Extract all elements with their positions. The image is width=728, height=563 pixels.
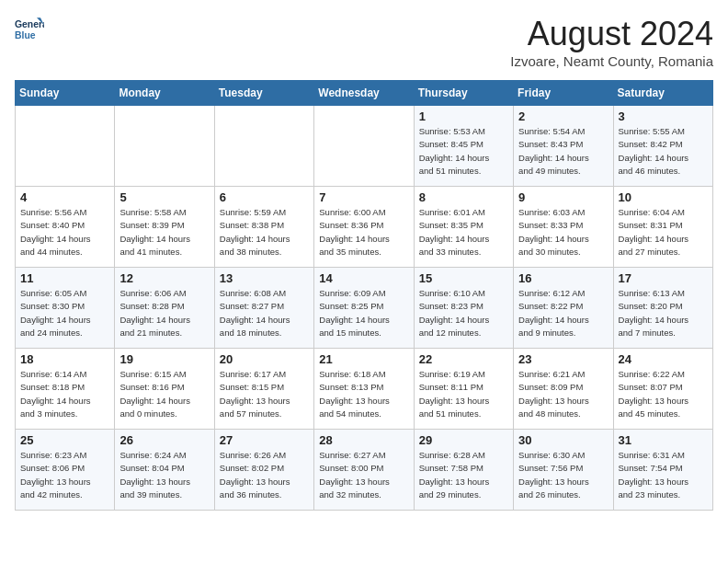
day-info: Sunrise: 5:54 AMSunset: 8:43 PMDaylight:… xyxy=(518,125,608,178)
calendar-cell: 23Sunrise: 6:21 AMSunset: 8:09 PMDayligh… xyxy=(514,349,613,430)
calendar-cell: 2Sunrise: 5:54 AMSunset: 8:43 PMDaylight… xyxy=(514,106,613,187)
day-number: 18 xyxy=(20,352,109,366)
day-info: Sunrise: 5:53 AMSunset: 8:45 PMDaylight:… xyxy=(419,125,508,178)
day-info: Sunrise: 6:03 AMSunset: 8:33 PMDaylight:… xyxy=(518,206,608,259)
weekday-header-saturday: Saturday xyxy=(613,81,712,106)
calendar-cell: 27Sunrise: 6:26 AMSunset: 8:02 PMDayligh… xyxy=(214,430,313,511)
calendar-cell: 12Sunrise: 6:06 AMSunset: 8:28 PMDayligh… xyxy=(115,268,214,349)
day-info: Sunrise: 6:27 AMSunset: 8:00 PMDaylight:… xyxy=(319,449,408,501)
calendar-cell: 1Sunrise: 5:53 AMSunset: 8:45 PMDaylight… xyxy=(414,106,513,187)
calendar-table: SundayMondayTuesdayWednesdayThursdayFrid… xyxy=(15,80,713,511)
day-number: 24 xyxy=(619,352,708,366)
day-number: 9 xyxy=(518,190,608,204)
day-number: 22 xyxy=(419,352,508,366)
day-info: Sunrise: 5:59 AMSunset: 8:38 PMDaylight:… xyxy=(220,206,309,259)
month-year: August 2024 xyxy=(510,15,713,53)
calendar-cell: 26Sunrise: 6:24 AMSunset: 8:04 PMDayligh… xyxy=(115,430,214,511)
day-info: Sunrise: 6:15 AMSunset: 8:16 PMDaylight:… xyxy=(119,368,209,420)
calendar-cell: 5Sunrise: 5:58 AMSunset: 8:39 PMDaylight… xyxy=(115,187,214,268)
day-number: 8 xyxy=(419,190,508,204)
day-info: Sunrise: 6:18 AMSunset: 8:13 PMDaylight:… xyxy=(319,368,408,420)
calendar-cell: 10Sunrise: 6:04 AMSunset: 8:31 PMDayligh… xyxy=(613,187,712,268)
calendar-cell: 30Sunrise: 6:30 AMSunset: 7:56 PMDayligh… xyxy=(514,430,613,511)
day-number: 30 xyxy=(518,433,608,447)
day-info: Sunrise: 6:19 AMSunset: 8:11 PMDaylight:… xyxy=(419,368,508,420)
day-info: Sunrise: 6:13 AMSunset: 8:20 PMDaylight:… xyxy=(619,287,708,339)
day-number: 31 xyxy=(619,433,708,447)
day-info: Sunrise: 6:05 AMSunset: 8:30 PMDaylight:… xyxy=(20,287,109,339)
weekday-header-sunday: Sunday xyxy=(16,81,115,106)
calendar-cell: 16Sunrise: 6:12 AMSunset: 8:22 PMDayligh… xyxy=(514,268,613,349)
calendar-cell: 29Sunrise: 6:28 AMSunset: 7:58 PMDayligh… xyxy=(414,430,513,511)
calendar-cell: 19Sunrise: 6:15 AMSunset: 8:16 PMDayligh… xyxy=(115,349,214,430)
calendar-cell: 18Sunrise: 6:14 AMSunset: 8:18 PMDayligh… xyxy=(16,349,115,430)
day-number: 27 xyxy=(220,433,309,447)
calendar-cell xyxy=(115,106,214,187)
day-number: 25 xyxy=(20,433,109,447)
calendar-cell: 7Sunrise: 6:00 AMSunset: 8:36 PMDaylight… xyxy=(314,187,414,268)
calendar-cell: 14Sunrise: 6:09 AMSunset: 8:25 PMDayligh… xyxy=(314,268,414,349)
day-number: 1 xyxy=(419,109,508,123)
day-info: Sunrise: 6:23 AMSunset: 8:06 PMDaylight:… xyxy=(20,449,109,501)
day-info: Sunrise: 6:26 AMSunset: 8:02 PMDaylight:… xyxy=(220,449,309,501)
calendar-cell: 9Sunrise: 6:03 AMSunset: 8:33 PMDaylight… xyxy=(514,187,613,268)
day-info: Sunrise: 6:01 AMSunset: 8:35 PMDaylight:… xyxy=(419,206,508,259)
day-info: Sunrise: 6:24 AMSunset: 8:04 PMDaylight:… xyxy=(119,449,209,501)
day-number: 29 xyxy=(419,433,508,447)
day-info: Sunrise: 6:30 AMSunset: 7:56 PMDaylight:… xyxy=(518,449,608,501)
calendar-cell: 11Sunrise: 6:05 AMSunset: 8:30 PMDayligh… xyxy=(16,268,115,349)
calendar-cell xyxy=(214,106,313,187)
day-number: 7 xyxy=(319,190,408,204)
day-number: 19 xyxy=(119,352,209,366)
day-info: Sunrise: 6:21 AMSunset: 8:09 PMDaylight:… xyxy=(518,368,608,420)
day-number: 28 xyxy=(319,433,408,447)
svg-text:General: General xyxy=(15,19,44,29)
calendar-cell: 6Sunrise: 5:59 AMSunset: 8:38 PMDaylight… xyxy=(214,187,313,268)
calendar-cell: 3Sunrise: 5:55 AMSunset: 8:42 PMDaylight… xyxy=(613,106,712,187)
title-section: August 2024 Izvoare, Neamt County, Roman… xyxy=(510,15,713,69)
day-number: 16 xyxy=(518,271,608,285)
calendar-cell: 8Sunrise: 6:01 AMSunset: 8:35 PMDaylight… xyxy=(414,187,513,268)
day-number: 14 xyxy=(319,271,408,285)
weekday-header-friday: Friday xyxy=(514,81,613,106)
day-info: Sunrise: 6:09 AMSunset: 8:25 PMDaylight:… xyxy=(319,287,408,339)
calendar-cell: 15Sunrise: 6:10 AMSunset: 8:23 PMDayligh… xyxy=(414,268,513,349)
calendar-cell: 25Sunrise: 6:23 AMSunset: 8:06 PMDayligh… xyxy=(16,430,115,511)
day-number: 20 xyxy=(220,352,309,366)
calendar-cell: 13Sunrise: 6:08 AMSunset: 8:27 PMDayligh… xyxy=(214,268,313,349)
day-number: 6 xyxy=(220,190,309,204)
header: General Blue August 2024 Izvoare, Neamt … xyxy=(15,15,713,69)
logo-icon: General Blue xyxy=(15,15,44,44)
calendar-cell xyxy=(16,106,115,187)
day-number: 23 xyxy=(518,352,608,366)
calendar-cell: 17Sunrise: 6:13 AMSunset: 8:20 PMDayligh… xyxy=(613,268,712,349)
day-info: Sunrise: 6:00 AMSunset: 8:36 PMDaylight:… xyxy=(319,206,408,259)
calendar-cell: 28Sunrise: 6:27 AMSunset: 8:00 PMDayligh… xyxy=(314,430,414,511)
day-number: 2 xyxy=(518,109,608,123)
day-number: 5 xyxy=(119,190,209,204)
day-number: 13 xyxy=(220,271,309,285)
calendar-cell: 24Sunrise: 6:22 AMSunset: 8:07 PMDayligh… xyxy=(613,349,712,430)
calendar-cell: 22Sunrise: 6:19 AMSunset: 8:11 PMDayligh… xyxy=(414,349,513,430)
location: Izvoare, Neamt County, Romania xyxy=(510,53,713,69)
day-number: 15 xyxy=(419,271,508,285)
weekday-header-wednesday: Wednesday xyxy=(314,81,414,106)
day-info: Sunrise: 5:55 AMSunset: 8:42 PMDaylight:… xyxy=(619,125,708,178)
day-info: Sunrise: 6:14 AMSunset: 8:18 PMDaylight:… xyxy=(20,368,109,420)
day-number: 12 xyxy=(119,271,209,285)
weekday-header-tuesday: Tuesday xyxy=(214,81,313,106)
day-info: Sunrise: 6:08 AMSunset: 8:27 PMDaylight:… xyxy=(220,287,309,339)
day-info: Sunrise: 6:22 AMSunset: 8:07 PMDaylight:… xyxy=(619,368,708,420)
svg-text:Blue: Blue xyxy=(15,30,36,40)
day-info: Sunrise: 5:56 AMSunset: 8:40 PMDaylight:… xyxy=(20,206,109,259)
day-info: Sunrise: 5:58 AMSunset: 8:39 PMDaylight:… xyxy=(119,206,209,259)
day-info: Sunrise: 6:10 AMSunset: 8:23 PMDaylight:… xyxy=(419,287,508,339)
day-info: Sunrise: 6:28 AMSunset: 7:58 PMDaylight:… xyxy=(419,449,508,501)
weekday-header-monday: Monday xyxy=(115,81,214,106)
day-number: 3 xyxy=(619,109,708,123)
calendar-cell xyxy=(314,106,414,187)
calendar-cell: 21Sunrise: 6:18 AMSunset: 8:13 PMDayligh… xyxy=(314,349,414,430)
day-info: Sunrise: 6:31 AMSunset: 7:54 PMDaylight:… xyxy=(619,449,708,501)
day-number: 10 xyxy=(619,190,708,204)
calendar-cell: 4Sunrise: 5:56 AMSunset: 8:40 PMDaylight… xyxy=(16,187,115,268)
